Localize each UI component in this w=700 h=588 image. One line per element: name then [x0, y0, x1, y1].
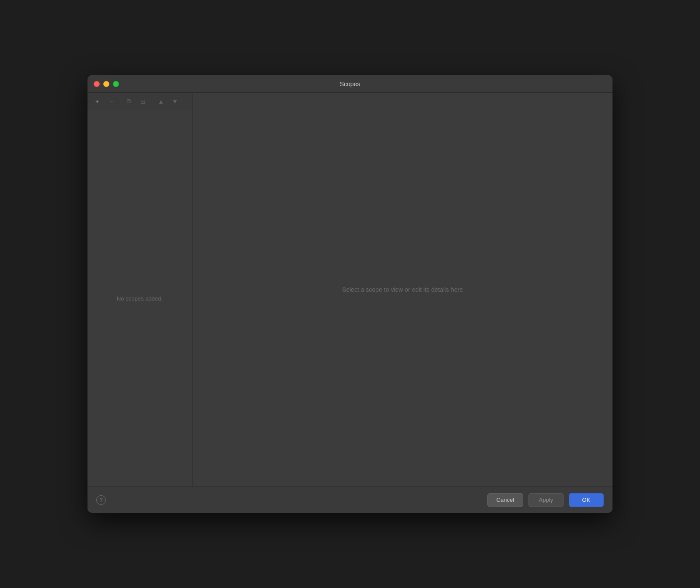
- detail-panel: Select a scope to view or edit its detai…: [192, 93, 612, 486]
- sidebar: + − ⧉ ⊟ ▲ ▼ No scopes added.: [88, 93, 192, 486]
- footer: ? Cancel Apply OK: [88, 486, 612, 513]
- move-down-button[interactable]: ▼: [169, 95, 181, 108]
- apply-button[interactable]: Apply: [528, 493, 564, 507]
- add-scope-button[interactable]: +: [91, 95, 103, 108]
- window-title: Scopes: [340, 80, 360, 88]
- copy-scope-button[interactable]: ⧉: [123, 95, 135, 108]
- toolbar-separator-2: [152, 97, 152, 106]
- close-button[interactable]: [94, 81, 100, 87]
- remove-scope-button[interactable]: −: [105, 95, 117, 108]
- sidebar-toolbar: + − ⧉ ⊟ ▲ ▼: [88, 93, 192, 110]
- scopes-window: Scopes + − ⧉ ⊟ ▲ ▼ No scopes added. Sele…: [88, 75, 612, 513]
- cancel-button[interactable]: Cancel: [487, 493, 523, 507]
- traffic-lights: [94, 81, 119, 87]
- minimize-button[interactable]: [103, 81, 109, 87]
- detail-placeholder-text: Select a scope to view or edit its detai…: [342, 286, 463, 293]
- maximize-button[interactable]: [113, 81, 119, 87]
- main-content: + − ⧉ ⊟ ▲ ▼ No scopes added. Select a sc…: [88, 93, 612, 486]
- footer-left: ?: [96, 495, 106, 505]
- sidebar-content: No scopes added.: [88, 110, 192, 486]
- footer-right: Cancel Apply OK: [487, 493, 604, 507]
- move-up-button[interactable]: ▲: [155, 95, 167, 108]
- save-scope-button[interactable]: ⊟: [137, 95, 149, 108]
- toolbar-separator-1: [120, 97, 120, 106]
- title-bar: Scopes: [88, 75, 612, 93]
- help-button[interactable]: ?: [96, 495, 106, 505]
- ok-button[interactable]: OK: [569, 493, 604, 507]
- no-scopes-label: No scopes added.: [117, 295, 163, 302]
